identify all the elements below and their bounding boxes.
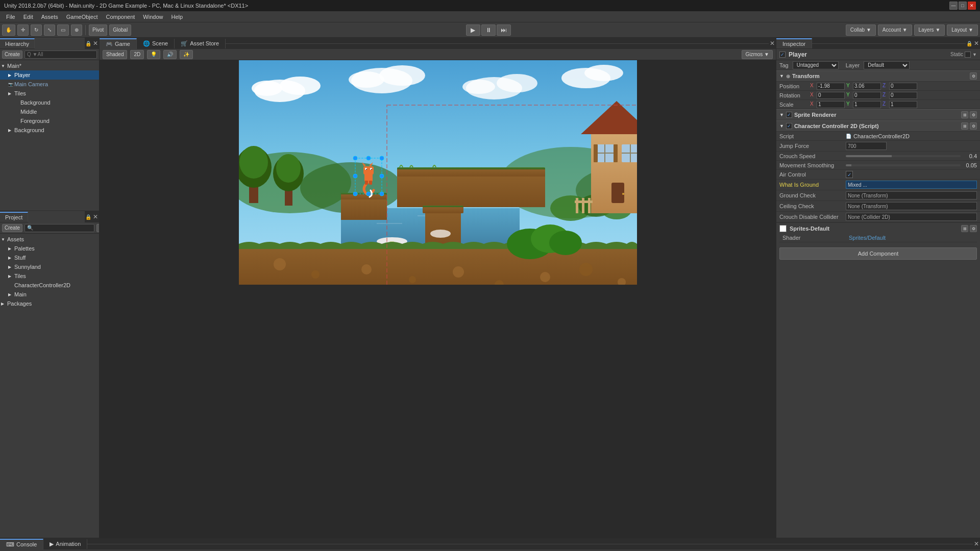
transform-settings-btn[interactable]: ⚙ (970, 72, 977, 80)
view-tab-asset-store[interactable]: 🛒 Asset Store (175, 39, 226, 48)
pos-z-input[interactable] (889, 83, 917, 90)
hierarchy-create-btn[interactable]: Create (2, 51, 22, 59)
collab-button[interactable]: Collab ▼ (846, 24, 876, 36)
air-control-checkbox[interactable]: ✓ (846, 171, 853, 178)
sprite-renderer-header[interactable]: ▼ ✓ Sprite Renderer ⊞ ⚙ (776, 109, 980, 120)
project-tab[interactable]: Project (0, 212, 28, 222)
hierarchy-tab[interactable]: Hierarchy (0, 38, 35, 48)
inspector-lock-btn[interactable]: 🔒 (966, 40, 973, 47)
toolbar-transform-tool[interactable]: ⊕ (71, 24, 82, 36)
layer-select[interactable]: Default (864, 61, 910, 69)
project-sunnyland[interactable]: ▶ Sunnyland (0, 262, 99, 271)
shader-value[interactable]: Sprites/Default (849, 235, 886, 241)
menu-gameobject[interactable]: GameObject (62, 13, 102, 21)
toolbar-hand-tool[interactable]: ✋ (2, 24, 15, 36)
project-packages[interactable]: ▶ Packages (0, 299, 99, 308)
menu-assets[interactable]: Assets (37, 13, 62, 21)
view-close-btn[interactable]: ✕ (769, 40, 776, 47)
layers-button[interactable]: Layers ▼ (914, 24, 945, 36)
static-dropdown[interactable]: ▼ (972, 52, 977, 57)
project-create-btn[interactable]: Create (2, 224, 22, 232)
add-component-button[interactable]: Add Component (779, 247, 977, 260)
project-main[interactable]: ▶ Main (0, 290, 99, 299)
rot-y-input[interactable] (853, 92, 881, 99)
hierarchy-item-foreground[interactable]: Foreground (0, 116, 99, 126)
hierarchy-item-main[interactable]: ▼ Main* (0, 61, 99, 70)
project-lock-btn[interactable]: 🔒 (85, 213, 92, 220)
project-expand-btn[interactable]: ⊞ (96, 224, 99, 232)
project-search[interactable] (24, 224, 94, 232)
project-assets[interactable]: ▼ Assets (0, 235, 99, 244)
toolbar-scale-tool[interactable]: ⤡ (44, 24, 55, 36)
cc-icon-2[interactable]: ⚙ (970, 122, 977, 130)
jump-force-input[interactable] (846, 142, 887, 150)
ground-check-input[interactable] (846, 191, 977, 199)
toolbar-rotate-tool[interactable]: ↻ (31, 24, 42, 36)
what-is-ground-input[interactable] (846, 181, 977, 189)
2d-btn[interactable]: 2D (130, 50, 144, 59)
view-tab-game[interactable]: 🎮 Game (100, 38, 137, 49)
sprites-color-swatch[interactable] (779, 225, 787, 232)
project-close-btn[interactable]: ✕ (92, 213, 99, 220)
sr-icon-2[interactable]: ⚙ (970, 111, 977, 118)
close-button[interactable]: ✕ (968, 2, 976, 10)
ceiling-check-input[interactable] (846, 202, 977, 210)
account-button[interactable]: Account ▼ (878, 24, 912, 36)
hierarchy-lock-btn[interactable]: 🔒 (85, 40, 92, 47)
rot-x-input[interactable] (817, 92, 845, 99)
minimize-button[interactable]: — (949, 2, 958, 10)
project-palettes[interactable]: ▶ Palettes (0, 244, 99, 253)
restore-button[interactable]: □ (959, 2, 967, 10)
lighting-btn[interactable]: 💡 (147, 50, 160, 59)
hierarchy-item-main-camera[interactable]: 📷 Main Camera (0, 80, 99, 89)
player-active-checkbox[interactable]: ✓ (779, 52, 786, 58)
toolbar-rect-tool[interactable]: ▭ (57, 24, 69, 36)
console-close-btn[interactable]: ✕ (973, 540, 980, 547)
toolbar-move-tool[interactable]: ✛ (17, 24, 29, 36)
scale-y-input[interactable] (853, 101, 881, 108)
sr-icon-1[interactable]: ⊞ (961, 111, 968, 118)
step-button[interactable]: ⏭ (497, 24, 511, 36)
shaded-btn[interactable]: Shaded (103, 50, 127, 59)
view-tab-scene[interactable]: 🌐 Scene (137, 39, 175, 48)
play-button[interactable]: ▶ (466, 24, 480, 36)
pivot-button[interactable]: Pivot (89, 24, 107, 36)
static-checkbox[interactable] (965, 52, 971, 58)
hierarchy-item-middle[interactable]: Middle (0, 107, 99, 116)
menu-file[interactable]: File (2, 13, 19, 21)
pos-y-input[interactable] (853, 83, 881, 90)
char-ctrl-checkbox[interactable]: ✓ (786, 123, 792, 129)
crouch-disable-input[interactable] (846, 213, 977, 221)
rot-z-input[interactable] (889, 92, 917, 99)
pause-button[interactable]: ⏸ (481, 24, 496, 36)
global-button[interactable]: Global (109, 24, 131, 36)
inspector-tab[interactable]: Inspector (776, 38, 812, 48)
sprites-icon-2[interactable]: ⚙ (970, 225, 977, 232)
crouch-speed-slider[interactable] (846, 155, 961, 157)
audio-btn[interactable]: 🔊 (163, 50, 177, 59)
sprites-icon-1[interactable]: ⊞ (961, 225, 968, 232)
transform-component-header[interactable]: ▼ ⊕ Transform ⚙ (776, 70, 980, 82)
hierarchy-item-player[interactable]: ▶ Player (0, 70, 99, 80)
hierarchy-item-bg-folder[interactable]: Background (0, 98, 99, 107)
hierarchy-item-background[interactable]: ▶ Background (0, 126, 99, 135)
scale-x-input[interactable] (817, 101, 845, 108)
sprite-renderer-checkbox[interactable]: ✓ (786, 112, 792, 118)
project-stuff[interactable]: ▶ Stuff (0, 253, 99, 262)
menu-component[interactable]: Component (102, 13, 139, 21)
gizmos-btn[interactable]: Gizmos ▼ (742, 50, 773, 59)
hierarchy-item-tiles[interactable]: ▶ Tiles (0, 89, 99, 98)
cc-icon-1[interactable]: ⊞ (961, 122, 968, 130)
scale-z-input[interactable] (889, 101, 917, 108)
menu-window[interactable]: Window (139, 13, 167, 21)
menu-edit[interactable]: Edit (19, 13, 37, 21)
tag-select[interactable]: Untagged (793, 61, 839, 69)
hierarchy-search[interactable] (24, 51, 97, 59)
char-ctrl-header[interactable]: ▼ ✓ Character Controller 2D (Script) ⊞ ⚙ (776, 120, 980, 132)
console-tab[interactable]: ⌨ Console (0, 539, 43, 549)
inspector-close-btn[interactable]: ✕ (973, 40, 980, 47)
effects-btn[interactable]: ✨ (180, 50, 193, 59)
animation-tab[interactable]: ▶ Animation (43, 539, 87, 549)
project-charactercontroller[interactable]: CharacterController2D (0, 281, 99, 290)
movement-smoothing-slider[interactable] (846, 164, 961, 166)
